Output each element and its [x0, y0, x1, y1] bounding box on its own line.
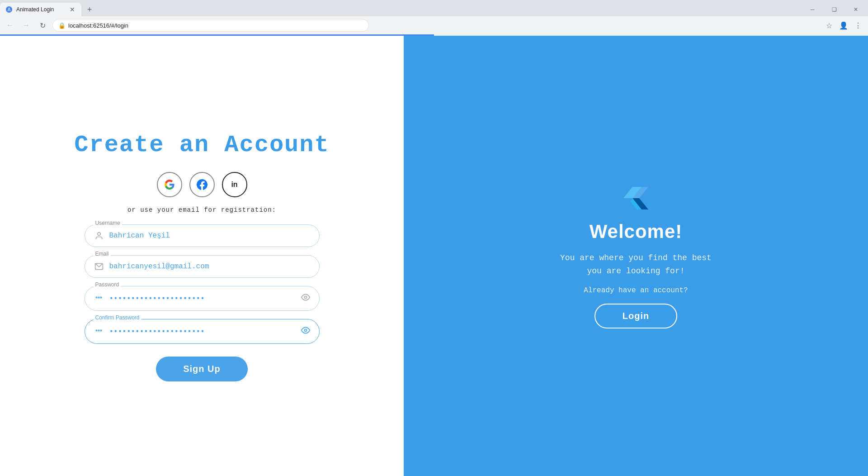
social-icons-row: in — [157, 172, 247, 197]
left-panel: Create an Account in or use — [0, 36, 404, 476]
refresh-button[interactable]: ↻ — [36, 19, 49, 32]
menu-button[interactable]: ⋮ — [852, 19, 864, 32]
url-text: localhost:62516/#/login — [68, 22, 128, 29]
tab-close-button[interactable]: ✕ — [69, 6, 76, 13]
profile-button[interactable]: 👤 — [837, 19, 850, 32]
close-button[interactable]: ✕ — [845, 3, 866, 16]
back-button[interactable]: ← — [4, 19, 16, 32]
already-account-text: Already have an account? — [584, 286, 688, 295]
svg-text:A: A — [8, 7, 11, 12]
username-input[interactable] — [109, 232, 310, 240]
username-label: Username — [94, 220, 122, 226]
username-field-inner — [85, 224, 320, 247]
tab-title: Animated Login — [16, 6, 65, 13]
facebook-signin-button[interactable] — [189, 172, 215, 197]
svg-point-2 — [97, 233, 100, 236]
right-panel: Welcome! You are where you find the best… — [404, 36, 868, 476]
confirm-password-field-inner: *** — [85, 319, 320, 344]
maximize-button[interactable]: ❑ — [824, 3, 844, 16]
email-input[interactable] — [109, 262, 310, 271]
window-controls: ─ ❑ ✕ — [802, 3, 868, 16]
lock-icon: 🔒 — [58, 22, 66, 29]
address-bar-row: ← → ↻ 🔒 localhost:62516/#/login ☆ 👤 ⋮ — [0, 16, 868, 34]
confirm-password-label: Confirm Password — [94, 314, 142, 321]
tab-favicon: A — [5, 6, 13, 13]
confirm-password-icon: *** — [94, 328, 104, 335]
bookmark-button[interactable]: ☆ — [823, 19, 835, 32]
password-icon: *** — [94, 295, 104, 302]
welcome-title: Welcome! — [590, 221, 683, 243]
person-icon — [94, 231, 104, 240]
browser-actions: ☆ 👤 ⋮ — [823, 19, 864, 32]
username-field-wrapper: Username — [85, 224, 320, 247]
page-title: Create an Account — [74, 132, 330, 158]
app-logo — [623, 185, 650, 212]
signup-button[interactable]: Sign Up — [156, 357, 248, 381]
address-bar[interactable]: 🔒 localhost:62516/#/login — [52, 19, 369, 32]
forward-button[interactable]: → — [20, 19, 33, 32]
email-icon — [94, 262, 104, 271]
browser-tab[interactable]: A Animated Login ✕ — [0, 3, 81, 16]
password-label: Password — [94, 281, 121, 288]
password-field-inner: *** — [85, 286, 320, 311]
email-label: Email — [94, 251, 111, 257]
confirm-password-field-wrapper: Confirm Password *** — [85, 319, 320, 344]
email-field-wrapper: Email — [85, 255, 320, 278]
welcome-subtitle: You are where you find the best you are … — [555, 252, 717, 278]
browser-chrome: A Animated Login ✕ + ─ ❑ ✕ ← → ↻ 🔒 local… — [0, 0, 868, 36]
confirm-password-input[interactable] — [109, 328, 296, 336]
page-content: Create an Account in or use — [0, 36, 868, 476]
new-tab-button[interactable]: + — [83, 3, 96, 16]
email-field-inner — [85, 255, 320, 278]
password-toggle-button[interactable] — [301, 293, 310, 304]
login-button[interactable]: Login — [594, 304, 677, 328]
or-email-text: or use your email for registration: — [127, 206, 276, 214]
tab-bar: A Animated Login ✕ + ─ ❑ ✕ — [0, 0, 868, 16]
password-field-wrapper: Password *** — [85, 286, 320, 311]
svg-point-4 — [304, 296, 307, 299]
registration-form: Username Email — [85, 224, 320, 381]
minimize-button[interactable]: ─ — [802, 3, 823, 16]
password-input[interactable] — [109, 295, 296, 303]
google-signin-button[interactable] — [157, 172, 182, 197]
confirm-password-toggle-button[interactable] — [301, 326, 310, 337]
linkedin-signin-button[interactable]: in — [222, 172, 247, 197]
svg-point-5 — [304, 329, 307, 332]
